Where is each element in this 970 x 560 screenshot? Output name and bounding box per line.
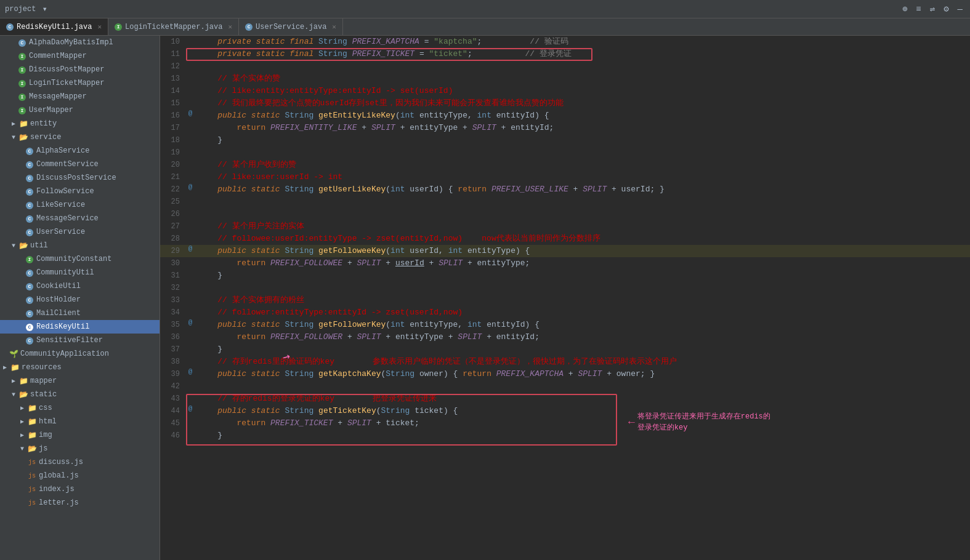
project-label: project (5, 5, 36, 14)
sidebar-item-resources[interactable]: ▶ 📁 resources (0, 361, 160, 374)
gutter: @ (185, 110, 196, 122)
sidebar-item-redis-key-util[interactable]: C RedisKeyUtil (0, 320, 160, 334)
line-content[interactable]: public static String getUserLikeKey(int … (196, 183, 970, 196)
line-content[interactable]: return PREFIX_FOLLOWER + SPLIT + entityT… (196, 331, 970, 343)
sidebar-item-util[interactable]: ▼ 📂 util (0, 239, 160, 252)
split-icon[interactable]: ⇌ (928, 2, 937, 15)
table-row: 14 // like:entity:entityType:entityId ->… (160, 85, 970, 97)
line-content[interactable]: // 某个用户关注的实体 (196, 220, 970, 233)
tab-login-ticket-mapper[interactable]: I LoginTicketMapper.java ✕ (108, 18, 239, 35)
sidebar-item-alpha-service[interactable]: C AlphaService (0, 144, 160, 158)
tab-close-user[interactable]: ✕ (332, 23, 336, 31)
sidebar-item-js[interactable]: ▼ 📂 js (0, 442, 160, 455)
sidebar-item-html[interactable]: ▶ 📁 html (0, 415, 160, 428)
line-content[interactable]: // 某个实体拥有的粉丝 (196, 294, 970, 306)
line-content[interactable]: // 我们最终要把这个点赞的userId存到set里，因为我们未来可能会开发查看… (196, 97, 970, 110)
line-content[interactable] (196, 196, 970, 208)
sidebar-item-host-holder[interactable]: C HostHolder (0, 293, 160, 306)
sidebar-item-css[interactable]: ▶ 📁 css (0, 401, 160, 415)
sidebar-item-follow-service[interactable]: C FollowService (0, 185, 160, 198)
sidebar-item-message-service[interactable]: C MessageService (0, 212, 160, 225)
sidebar-item-community-constant[interactable]: I CommunityConstant (0, 252, 160, 266)
line-content[interactable]: } (196, 343, 970, 356)
line-content[interactable]: // 存的redis的登录凭证的key 把登录凭证传进来 (196, 393, 970, 405)
sidebar-item-like-service[interactable]: C LikeService (0, 198, 160, 212)
line-content[interactable]: public static String getFolloweeKey(int … (196, 245, 970, 257)
sidebar-item-comment-service[interactable]: C CommentService (0, 158, 160, 171)
folder-icon: 📁 (18, 377, 28, 386)
sidebar-item-service[interactable]: ▼ 📂 service (0, 130, 160, 144)
sidebar-item-img[interactable]: ▶ 📁 img (0, 428, 160, 442)
sidebar-item-entity[interactable]: ▶ 📁 entity (0, 117, 160, 130)
line-content[interactable]: // followee:userId:entityType -> zset(en… (196, 233, 970, 245)
tab-close-login[interactable]: ✕ (228, 23, 232, 31)
line-content[interactable]: // 某个实体的赞 (196, 73, 970, 85)
line-content[interactable] (196, 208, 970, 220)
line-content[interactable]: // like:entity:entityType:entityId -> se… (196, 85, 970, 97)
line-content[interactable]: return PREFIX_FOLLOWEE + SPLIT + userId … (196, 257, 970, 270)
sidebar-item-message-mapper[interactable]: I MessageMapper (0, 90, 160, 103)
line-content[interactable]: public static String getEntityLikeKey(in… (196, 110, 970, 122)
sidebar-item-discuss-service[interactable]: C DiscussPostService (0, 171, 160, 185)
minimize-icon[interactable]: — (955, 3, 965, 15)
sidebar-item-index-js[interactable]: js index.js (0, 482, 160, 496)
line-content[interactable]: // 某个用户收到的赞 (196, 159, 970, 171)
line-content[interactable]: } (196, 134, 970, 146)
line-content[interactable] (196, 282, 970, 294)
sidebar-label: UserService (36, 228, 85, 236)
sidebar-item-login-mapper[interactable]: I LoginTicketMapper (0, 76, 160, 90)
folder-icon: 📂 (18, 390, 28, 399)
sidebar-item-community-app[interactable]: 🌱 CommunityApplication (0, 347, 160, 361)
sidebar-item-sensitive-filter[interactable]: C SensitiveFilter (0, 334, 160, 347)
line-content[interactable]: public static String getFollowerKey(int … (196, 319, 970, 331)
line-content[interactable]: public static String getTicketKey(String… (196, 405, 970, 417)
gutter (185, 356, 196, 368)
tab-user-service[interactable]: C UserService.java ✕ (239, 18, 343, 35)
sidebar-item-letter-js[interactable]: js letter.js (0, 496, 160, 510)
tab-close-redis[interactable]: ✕ (97, 23, 102, 31)
tab-redis-key-util[interactable]: C RedisKeyUtil.java ✕ (0, 18, 108, 35)
line-content[interactable]: private static final String PREFIX_KAPTC… (196, 36, 970, 48)
table-row: 12 (160, 60, 970, 73)
icon-c: C (26, 283, 33, 290)
line-content[interactable]: // follower:entityType:entityId -> zset(… (196, 306, 970, 319)
line-content[interactable]: public static String getKaptchaKey(Strin… (196, 368, 970, 380)
gutter (185, 122, 196, 134)
sidebar-item-discuss-mapper[interactable]: I DiscussPostMapper (0, 63, 160, 76)
line-content[interactable]: return PREFIX_ENTITY_LIKE + SPLIT + enti… (196, 122, 970, 134)
settings-icon[interactable]: ⚙ (941, 2, 951, 15)
icon-c: C (26, 188, 33, 196)
code-editor[interactable]: ← 将登录凭证传进来用于生成存在redis的登录凭证的key ↗ 10 priv… (160, 36, 970, 560)
line-content[interactable] (196, 60, 970, 73)
list-icon[interactable]: ≡ (913, 3, 923, 15)
sidebar-item-community-util[interactable]: C CommunityUtil (0, 266, 160, 279)
sidebar-item-user-mapper[interactable]: I UserMapper (0, 103, 160, 117)
table-row: 44 @ public static String getTicketKey(S… (160, 405, 970, 417)
sidebar-item-mail-client[interactable]: C MailClient (0, 306, 160, 320)
gutter: @ (185, 319, 196, 331)
line-content[interactable]: private static final String PREFIX_TICKE… (196, 48, 970, 60)
sidebar-item-global-js[interactable]: js global.js (0, 469, 160, 482)
line-content[interactable] (196, 146, 970, 159)
add-icon[interactable]: ⊕ (900, 2, 910, 15)
line-number: 32 (160, 282, 185, 294)
sidebar-item-user-service[interactable]: C UserService (0, 225, 160, 239)
line-content[interactable]: } (196, 270, 970, 282)
sidebar-item-mapper[interactable]: ▶ 📁 mapper (0, 374, 160, 388)
table-row: 19 (160, 146, 970, 159)
line-content[interactable]: return PREFIX_TICKET + SPLIT + ticket; (196, 417, 970, 430)
dropdown-icon[interactable]: ▾ (39, 2, 49, 15)
sidebar-item-static[interactable]: ▼ 📂 static (0, 388, 160, 401)
icon-i: I (26, 256, 33, 263)
sidebar-item-discuss-js[interactable]: js discuss.js (0, 455, 160, 469)
sidebar-item-alpha-dao[interactable]: C AlphaDaoMyBatisImpl (0, 36, 160, 49)
sidebar-label: AlphaService (36, 146, 89, 155)
line-content[interactable]: // like:user:userId -> int (196, 171, 970, 183)
sidebar-item-cookie-util[interactable]: C CookieUtil (0, 279, 160, 293)
sidebar-item-comment-mapper[interactable]: I CommentMapper (0, 49, 160, 63)
folder-icon: 📂 (18, 241, 28, 250)
line-content[interactable] (196, 380, 970, 393)
gutter: @ (185, 368, 196, 380)
line-content[interactable]: // 存到redis里的验证码的key 参数表示用户临时的凭证（不是登录凭证），… (196, 356, 970, 368)
line-content[interactable]: } (196, 430, 970, 442)
